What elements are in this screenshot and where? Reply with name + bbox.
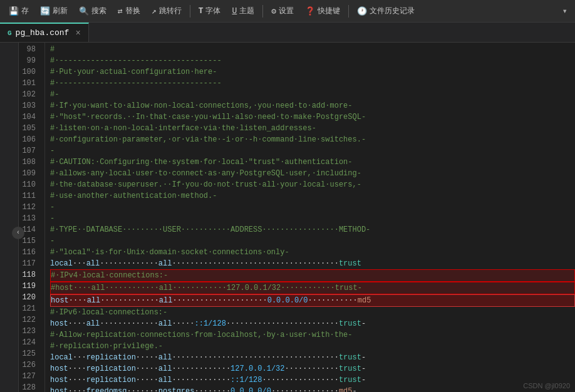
separator-3 [348, 5, 349, 18]
refresh-icon: 🔄 [40, 6, 50, 16]
line-num-104: 104 [19, 111, 39, 123]
replace-icon: ⇄ [118, 6, 123, 16]
line-num-127: 127 [19, 371, 39, 382]
code-line-108: #·CAUTION:·Configuring·the·system·for·lo… [50, 157, 575, 168]
font-icon: T [199, 6, 204, 16]
code-line-115: - [50, 235, 575, 247]
line-num-121: 121 [19, 303, 39, 314]
code-line-109: #·allows·any·local·user·to·connect·as·an… [50, 168, 575, 179]
code-line-114: #·TYPE··DATABASE·········USER···········… [50, 224, 575, 235]
search-button[interactable]: 🔍 搜索 [74, 3, 111, 19]
code-line-99: #·------------------------------------ [50, 55, 575, 66]
code-line-124: #·replication·privilege.- [50, 341, 575, 352]
line-num-125: 125 [19, 348, 39, 359]
line-num-120: 120 [19, 292, 39, 303]
separator-1 [190, 5, 190, 18]
code-line-103: #·If·you·want·to·allow·non-local·connect… [50, 100, 575, 111]
shortcut-button[interactable]: ❓ 快捷键 [300, 3, 345, 19]
line-num-99: 99 [19, 55, 39, 66]
line-num-117: 117 [19, 258, 39, 269]
shortcut-icon: ❓ [305, 6, 315, 16]
line-numbers: 98 99 100 101 102 103 104 105 106 107 10… [19, 43, 45, 392]
line-num-118: 118 [19, 269, 39, 281]
tab-file-icon: G [8, 29, 12, 37]
code-line-120: host····all·············all·············… [50, 294, 575, 307]
tab-filename: pg_hba.conf [16, 28, 70, 38]
line-num-126: 126 [19, 359, 39, 371]
code-line-107: - [50, 145, 575, 157]
refresh-button[interactable]: 🔄 刷新 [35, 3, 73, 19]
code-line-101: #·------------------------------------ [50, 78, 575, 89]
line-num-100: 100 [19, 66, 39, 78]
search-icon: 🔍 [79, 6, 89, 16]
code-line-128: host····freedomsq·······postgres········… [50, 386, 575, 392]
save-icon: 💾 [9, 6, 19, 16]
goto-icon: ↗ [152, 6, 157, 16]
line-num-105: 105 [19, 123, 39, 134]
code-line-121: #·IPv6·local·connections:- [50, 307, 575, 318]
code-line-119: #host····all············all············1… [50, 282, 575, 294]
code-line-111: #·use·another·authentication·method.- [50, 190, 575, 202]
line-num-123: 123 [19, 326, 39, 337]
code-line-98: # [50, 44, 575, 55]
goto-button[interactable]: ↗ 跳转行 [147, 3, 187, 19]
line-num-109: 109 [19, 168, 39, 179]
sidebar-toggle-button[interactable]: ‹ [12, 227, 24, 239]
theme-icon: U [232, 6, 237, 16]
code-line-105: #·listen·on·a·non-local·interface·via·th… [50, 123, 575, 134]
line-num-103: 103 [19, 100, 39, 111]
watermark: CSDN @jl0920 [523, 382, 570, 389]
line-num-128: 128 [19, 382, 39, 392]
line-num-116: 116 [19, 247, 39, 258]
code-line-100: #·Put·your·actual·configuration·here- [50, 66, 575, 78]
line-num-102: 102 [19, 89, 39, 100]
tab-bar: G pg_hba.conf × [0, 23, 575, 43]
tab-close-button[interactable]: × [75, 28, 80, 38]
code-line-102: #- [50, 89, 575, 100]
settings-icon: ⚙ [271, 6, 276, 16]
code-line-123: #·Allow·replication·connections·from·loc… [50, 329, 575, 341]
theme-button[interactable]: U 主题 [227, 3, 259, 19]
line-num-106: 106 [19, 134, 39, 145]
code-line-112: - [50, 202, 575, 213]
line-num-108: 108 [19, 157, 39, 168]
line-num-124: 124 [19, 337, 39, 348]
line-num-107: 107 [19, 145, 39, 157]
code-line-118: #·IPv4·local·connections:- [50, 269, 575, 282]
history-button[interactable]: 🕐 文件历史记录 [352, 3, 420, 19]
editor-area: 98 99 100 101 102 103 104 105 106 107 10… [19, 43, 575, 392]
code-line-127: host····replication·····all·············… [50, 374, 575, 386]
separator-2 [262, 5, 263, 18]
code-line-117: local···all·············all·············… [50, 258, 575, 269]
code-line-106: #·configuration·parameter,·or·via·the·-i… [50, 134, 575, 145]
editor-content[interactable]: 98 99 100 101 102 103 104 105 106 107 10… [19, 43, 575, 392]
line-num-98: 98 [19, 44, 39, 55]
line-num-101: 101 [19, 78, 39, 89]
line-num-112: 112 [19, 202, 39, 213]
more-button[interactable]: ▾ [559, 3, 571, 19]
code-line-113: - [50, 213, 575, 224]
code-line-125: local···replication·····all·············… [50, 352, 575, 363]
line-num-122: 122 [19, 314, 39, 326]
history-icon: 🕐 [357, 6, 367, 16]
line-num-113: 113 [19, 213, 39, 224]
code-lines: # #·------------------------------------… [45, 43, 575, 392]
code-line-122: host····all·············all·····::1/128·… [50, 318, 575, 329]
replace-button[interactable]: ⇄ 替换 [113, 3, 145, 19]
settings-button[interactable]: ⚙ 设置 [266, 3, 299, 19]
sidebar: ‹ [0, 43, 19, 392]
tab-pg-hba-conf[interactable]: G pg_hba.conf × [0, 23, 89, 42]
line-num-110: 110 [19, 179, 39, 190]
code-line-104: #·"host"·records.··In·that·case·you·will… [50, 111, 575, 123]
font-button[interactable]: T 字体 [194, 3, 226, 19]
save-button[interactable]: 💾 存 [4, 3, 34, 19]
code-line-116: #·"local"·is·for·Unix·domain·socket·conn… [50, 247, 575, 258]
main-layout: ‹ 98 99 100 101 102 103 104 105 106 107 … [0, 43, 575, 392]
code-line-126: host····replication·····all·············… [50, 363, 575, 374]
code-line-110: #·the·database·superuser.··If·you·do·not… [50, 179, 575, 190]
line-num-119: 119 [19, 281, 39, 292]
toolbar: 💾 存 🔄 刷新 🔍 搜索 ⇄ 替换 ↗ 跳转行 T 字体 U 主题 ⚙ 设置 … [0, 0, 575, 23]
line-num-111: 111 [19, 190, 39, 202]
